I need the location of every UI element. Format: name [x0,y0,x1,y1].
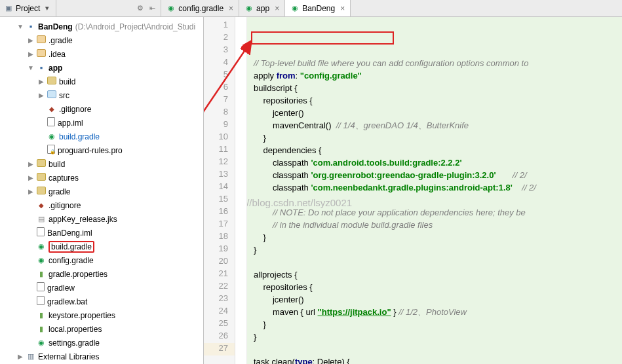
mod-icon [37,63,46,73]
line-number[interactable]: 4 [204,57,235,69]
twisty-icon[interactable]: ▼ [28,64,34,71]
code-editor[interactable]: 1234567891011121314151617181920212223242… [204,17,622,364]
line-number[interactable]: 10 [204,132,235,144]
tree-row-appKey_release-jks[interactable]: appKey_release.jks [0,212,203,226]
tree-row-BanDeng-iml[interactable]: BanDeng.iml [0,226,203,240]
code-line-6[interactable]: mavenCentral() // 1/4、greenDAO 1/4、Butte… [247,119,622,132]
line-number[interactable]: 3 [204,45,235,57]
code-line-15[interactable]: } [247,231,622,244]
line-number[interactable]: 11 [204,144,235,156]
line-number[interactable]: 19 [204,244,235,256]
line-number[interactable]: 25 [204,318,235,331]
tree-row--gitignore[interactable]: .gitignore [0,102,203,116]
line-number[interactable]: 15 [204,194,235,206]
twisty-icon[interactable]: ▶ [38,78,45,85]
tree-row-config-gradle[interactable]: config.gradle [0,253,203,267]
close-icon[interactable]: × [340,4,345,13]
gradle-icon [244,4,254,13]
line-number[interactable]: 9 [204,119,235,132]
collapse-icon[interactable] [147,4,157,13]
code-line-11[interactable]: classpath 'com.neenbedankt.gradle.plugin… [247,181,622,194]
code-line-18[interactable]: allprojects { [247,268,622,281]
editor-tab-0[interactable]: config.gradle× [161,0,239,16]
code-line-7[interactable]: } [247,132,622,144]
line-number[interactable]: 22 [204,281,235,293]
code-line-25[interactable]: task clean(type: Delete) { [247,355,622,364]
tree-row-gradle-properties[interactable]: gradle.properties [0,267,203,281]
tree-row-External-Libraries[interactable]: ▶External Libraries [0,350,203,363]
tree-row-local-properties[interactable]: local.properties [0,322,203,336]
twisty-icon[interactable]: ▶ [17,353,24,360]
code-line-4[interactable]: repositories { [247,94,622,107]
line-number[interactable]: 21 [204,268,235,281]
twisty-icon[interactable]: ▼ [17,23,24,30]
line-number[interactable]: 8 [204,107,235,119]
close-icon[interactable]: × [229,4,233,13]
twisty-icon[interactable]: ▶ [28,188,34,195]
editor-tab-2[interactable]: BanDeng× [285,0,351,16]
tree-row-build-gradle[interactable]: build.gradle [0,240,203,253]
line-number[interactable]: 14 [204,181,235,194]
line-number[interactable]: 27 [204,343,235,355]
tree-row-build-gradle[interactable]: build.gradle [0,130,203,143]
code-line-24[interactable] [247,343,622,355]
line-number[interactable]: 5 [204,69,235,82]
code-line-5[interactable]: jcenter() [247,107,622,119]
tree-row-captures[interactable]: ▶captures [0,171,203,185]
twisty-icon[interactable]: ▶ [28,174,34,181]
line-number[interactable]: 16 [204,206,235,219]
line-number[interactable]: 6 [204,82,235,94]
close-icon[interactable]: × [275,4,279,13]
code-line-9[interactable]: classpath 'com.android.tools.build:gradl… [247,156,622,169]
tree-row-app[interactable]: ▼app [0,61,203,75]
code-line-22[interactable]: } [247,318,622,331]
line-number[interactable]: 2 [204,32,235,45]
editor-tab-1[interactable]: app× [239,0,285,16]
tree-row-build[interactable]: ▶build [0,75,203,88]
code-line-19[interactable]: repositories { [247,281,622,293]
line-number[interactable]: 23 [204,293,235,306]
tree-row--idea[interactable]: ▶.idea [0,47,203,61]
code-line-14[interactable]: // in the individual module build.gradle… [247,219,622,231]
code-line-2[interactable]: apply from: "config.gradle" [247,69,622,82]
line-number[interactable]: 1 [204,20,235,32]
tree-row-build[interactable]: ▶build [0,157,203,171]
line-number[interactable]: 7 [204,94,235,107]
project-tree[interactable]: ▼BanDeng (D:\Android_Project\Android_Stu… [0,17,204,364]
code-line-20[interactable]: jcenter() [247,293,622,306]
project-tool-tab[interactable]: Project [0,0,56,16]
chevron-down-icon[interactable] [43,4,52,13]
code-line-23[interactable]: } [247,331,622,343]
tree-row-app-iml[interactable]: app.iml [0,116,203,130]
tree-row-settings-gradle[interactable]: settings.gradle [0,336,203,350]
code-line-3[interactable]: buildscript { [247,82,622,94]
gear-icon[interactable] [136,4,145,13]
twisty-icon[interactable]: ▶ [28,37,34,44]
line-number[interactable]: 13 [204,169,235,181]
code-line-10[interactable]: classpath 'org.greenrobot:greendao-gradl… [247,169,622,181]
twisty-icon[interactable]: ▶ [28,160,34,168]
code-line-8[interactable]: dependencies { [247,144,622,156]
line-number[interactable]: 17 [204,219,235,231]
tree-row-src[interactable]: ▶src [0,88,203,102]
code-line-17[interactable] [247,256,622,268]
tree-row--gradle[interactable]: ▶.gradle [0,33,203,47]
twisty-icon[interactable]: ▶ [28,50,34,58]
tree-row-BanDeng[interactable]: ▼BanDeng (D:\Android_Project\Android_Stu… [0,20,203,33]
line-number[interactable]: 20 [204,256,235,268]
tree-row-proguard-rules-pro[interactable]: proguard-rules.pro [0,143,203,157]
twisty-icon[interactable]: ▶ [38,92,45,99]
line-number[interactable]: 18 [204,231,235,244]
tree-row-keystore-properties[interactable]: keystore.properties [0,308,203,322]
code-line-1[interactable]: // Top-level build file where you can ad… [247,57,622,69]
code-line-21[interactable]: maven { url "https://jitpack.io" } // 1/… [247,306,622,318]
tree-row-gradle[interactable]: ▶gradle [0,185,203,198]
tree-row--gitignore[interactable]: .gitignore [0,198,203,212]
watermark: http://blog.csdn.net/lsyz0021 [247,196,352,209]
line-number[interactable]: 12 [204,156,235,169]
line-number[interactable]: 26 [204,331,235,343]
code-line-16[interactable]: } [247,244,622,256]
line-number[interactable]: 24 [204,306,235,318]
tree-row-gradlew-bat[interactable]: gradlew.bat [0,295,203,308]
tree-row-gradlew[interactable]: gradlew [0,281,203,295]
